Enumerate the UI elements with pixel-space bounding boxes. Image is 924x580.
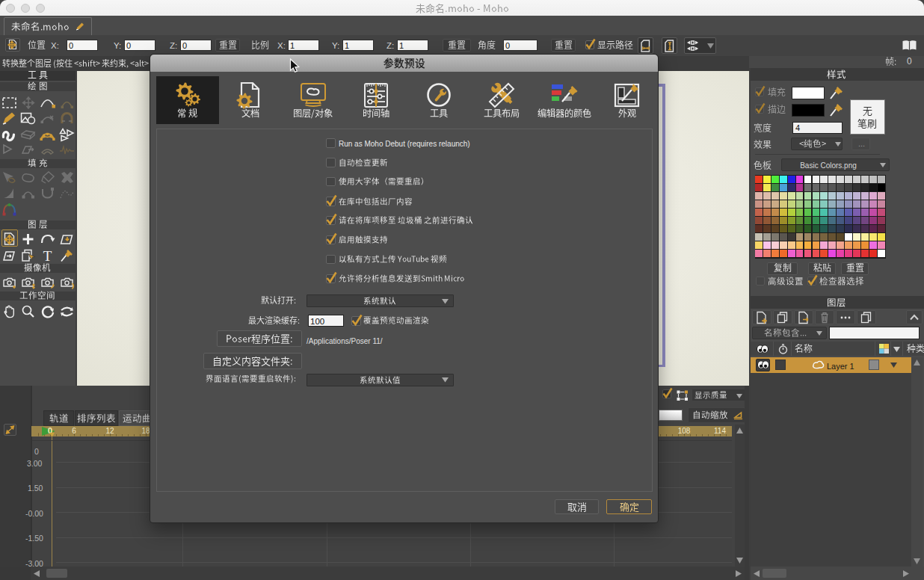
svg-text:T: T (43, 248, 52, 264)
